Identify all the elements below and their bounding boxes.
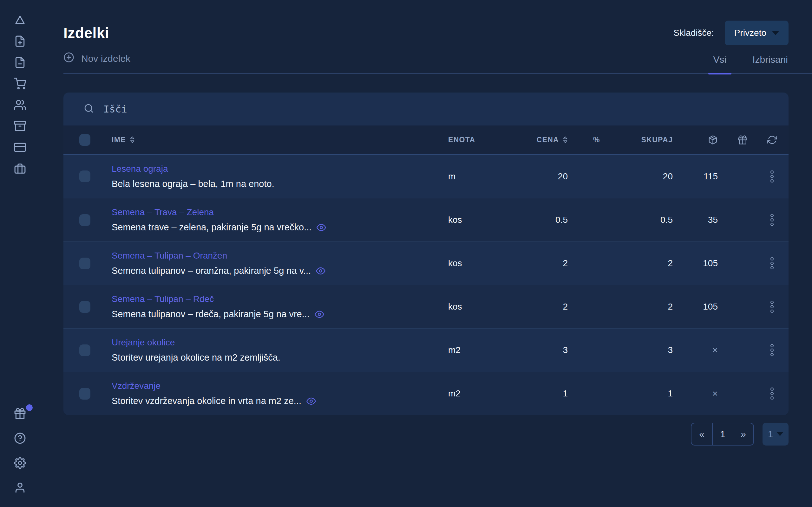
search-input[interactable] [103, 103, 389, 115]
row-actions-menu-button[interactable] [767, 341, 777, 359]
sidebar-item-gift[interactable] [13, 407, 27, 420]
sidebar-item-settings[interactable] [13, 457, 27, 469]
gift-icon [14, 407, 26, 420]
sort-icon [130, 136, 135, 144]
column-header-percent-label: % [593, 135, 600, 144]
sidebar-item-document-remove[interactable] [13, 56, 27, 69]
preview-eye-icon[interactable] [316, 266, 325, 276]
column-header-price-label: CENA [537, 135, 559, 144]
table-row: Lesena ograja Bela lesena ograja – bela,… [63, 155, 789, 198]
product-name-link[interactable]: Semena – Tulipan – Rdeč [112, 294, 214, 304]
row-actions-menu-button[interactable] [767, 167, 777, 186]
column-header-unit: ENOTA [448, 135, 514, 144]
sidebar-item-document-add[interactable] [13, 35, 27, 48]
total-value: 3 [668, 345, 673, 355]
row-checkbox[interactable] [79, 344, 90, 356]
unit-value: kos [448, 302, 514, 312]
column-header-total-label: SKUPAJ [641, 135, 673, 144]
product-description: Semena trave – zelena, pakiranje 5g na v… [112, 222, 311, 233]
prev-page-button[interactable]: « [692, 424, 712, 445]
product-name-link[interactable]: Urejanje okolice [112, 337, 175, 348]
sidebar-item-help[interactable] [13, 432, 27, 445]
product-description-line: Storitev vzdrževanja okolice in vrta na … [112, 396, 448, 406]
preview-eye-icon[interactable] [316, 223, 326, 232]
table-body: Lesena ograja Bela lesena ograja – bela,… [63, 155, 789, 415]
stock-value: × [712, 345, 730, 355]
shopping-cart-icon [14, 78, 26, 91]
new-product-label: Nov izdelek [81, 53, 131, 64]
table-header: IME ENOTA CENA % S [63, 125, 789, 155]
row-actions-menu-button[interactable] [767, 254, 777, 273]
warehouse-label: Skladišče: [673, 28, 714, 38]
product-name-cell: Semena – Tulipan – Rdeč Semena tulipanov… [112, 294, 448, 320]
gear-icon [14, 457, 26, 470]
warehouse-select[interactable]: Privzeto [725, 20, 789, 45]
row-actions-menu-button[interactable] [767, 297, 777, 316]
briefcase-icon [14, 163, 26, 176]
product-name-cell: Semena – Trava – Zelena Semena trave – z… [112, 207, 448, 233]
user-icon [14, 482, 26, 495]
gift-icon [738, 135, 748, 145]
sidebar-item-briefcase[interactable] [13, 163, 27, 175]
document-remove-icon [14, 56, 26, 69]
price-value: 1 [563, 389, 568, 399]
column-header-name[interactable]: IME [112, 135, 448, 144]
product-description: Bela lesena ograja – bela, 1m na enoto. [112, 179, 274, 189]
row-actions-menu-button[interactable] [767, 211, 777, 229]
tab-all[interactable]: Vsi [713, 54, 727, 73]
total-value: 1 [668, 389, 673, 399]
sidebar-item-users[interactable] [13, 99, 27, 112]
row-checkbox[interactable] [79, 214, 90, 226]
row-checkbox[interactable] [79, 258, 90, 269]
table-row: Semena – Tulipan – Rdeč Semena tulipanov… [63, 285, 789, 328]
notification-dot [26, 404, 33, 411]
search-bar [63, 93, 789, 125]
next-page-button[interactable]: » [733, 424, 753, 445]
column-header-price[interactable]: CENA [537, 135, 568, 144]
sidebar-item-shopping-cart[interactable] [13, 78, 27, 90]
new-product-button[interactable]: Nov izdelek [63, 52, 131, 65]
sidebar-item-credit-card[interactable] [13, 141, 27, 154]
tab-deleted[interactable]: Izbrisani [752, 54, 788, 73]
sidebar-item-archive[interactable] [13, 120, 27, 133]
table-row: Semena – Tulipan – Oranžen Semena tulipa… [63, 241, 789, 285]
preview-eye-icon[interactable] [315, 309, 324, 319]
page-size-select[interactable]: 1 [763, 423, 789, 446]
product-name-link[interactable]: Lesena ograja [112, 164, 168, 174]
product-name-cell: Semena – Tulipan – Oranžen Semena tulipa… [112, 250, 448, 276]
sidebar [0, 0, 40, 507]
row-checkbox[interactable] [79, 301, 90, 313]
chevron-down-icon [777, 432, 783, 436]
help-circle-icon [14, 432, 26, 445]
product-description: Storitev vzdrževanja okolice in vrta na … [112, 396, 301, 406]
total-value: 2 [668, 258, 673, 268]
row-checkbox[interactable] [79, 170, 90, 182]
current-page-button[interactable]: 1 [712, 424, 733, 445]
product-description-line: Semena trave – zelena, pakiranje 5g na v… [112, 222, 448, 233]
sidebar-item-logo[interactable] [13, 14, 27, 26]
product-name-link[interactable]: Semena – Trava – Zelena [112, 207, 214, 217]
stock-value: 105 [703, 258, 730, 268]
title-row: Izdelki Skladišče: Privzeto [63, 18, 789, 48]
column-header-name-label: IME [112, 135, 126, 144]
refresh-button[interactable] [767, 135, 777, 145]
select-all-checkbox[interactable] [79, 134, 90, 146]
document-add-icon [14, 35, 26, 48]
sidebar-item-profile[interactable] [13, 482, 27, 494]
product-name-cell: Vzdrževanje Storitev vzdrževanja okolice… [112, 381, 448, 406]
table-row: Vzdrževanje Storitev vzdrževanja okolice… [63, 372, 789, 415]
product-name-link[interactable]: Semena – Tulipan – Oranžen [112, 250, 227, 261]
app-root: Izdelki Skladišče: Privzeto Nov izdelek … [0, 0, 812, 507]
unit-value: kos [448, 215, 514, 225]
preview-eye-icon[interactable] [306, 396, 316, 406]
product-name-link[interactable]: Vzdrževanje [112, 381, 160, 391]
price-value: 20 [558, 171, 568, 181]
product-description: Semena tulipanov – rdeča, pakiranje 5g n… [112, 309, 310, 320]
stock-value: 105 [703, 302, 730, 312]
products-card: IME ENOTA CENA % S [63, 93, 789, 415]
unit-value: m [448, 171, 514, 181]
row-actions-menu-button[interactable] [767, 384, 777, 403]
total-value: 2 [668, 302, 673, 312]
row-checkbox[interactable] [79, 388, 90, 400]
sort-icon [563, 136, 568, 144]
